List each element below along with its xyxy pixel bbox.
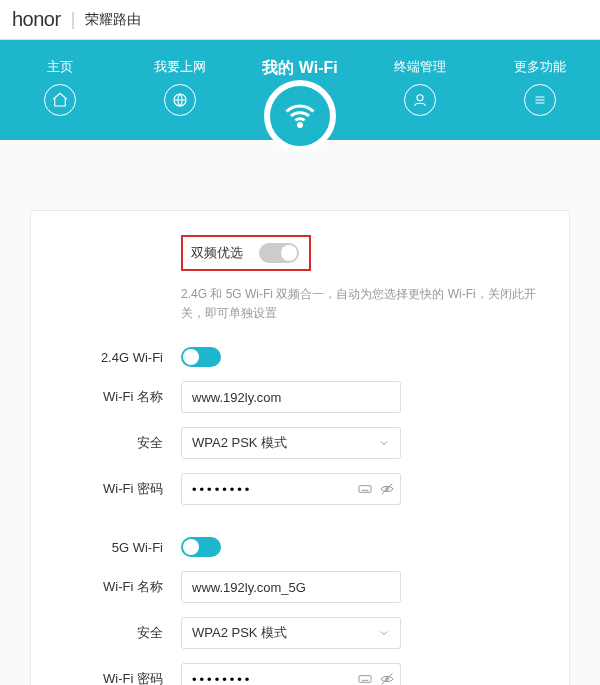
g5-security-value: WPA2 PSK 模式	[192, 624, 287, 642]
svg-rect-3	[359, 486, 371, 493]
keyboard-icon[interactable]	[357, 481, 373, 497]
svg-point-1	[417, 95, 423, 101]
keyboard-icon[interactable]	[357, 671, 373, 685]
g24-security-select[interactable]: WPA2 PSK 模式	[181, 427, 401, 459]
product-name: 荣耀路由	[85, 11, 141, 29]
honor-logo: honor	[12, 8, 61, 31]
g5-security-label: 安全	[61, 624, 181, 642]
logo-separator: |	[71, 9, 76, 30]
chevron-down-icon	[378, 437, 390, 449]
g24-name-input[interactable]	[181, 381, 401, 413]
g24-enable-toggle[interactable]	[181, 347, 221, 367]
dual-band-highlight: 双频优选	[181, 235, 311, 271]
g24-enable-label: 2.4G Wi-Fi	[61, 350, 181, 365]
nav-internet[interactable]: 我要上网	[120, 58, 240, 116]
nav-more-label: 更多功能	[480, 58, 600, 76]
content-area: 双频优选 2.4G 和 5G Wi-Fi 双频合一，自动为您选择更快的 Wi-F…	[0, 140, 600, 685]
nav-home-label: 主页	[0, 58, 120, 76]
wifi-icon	[264, 80, 336, 152]
globe-icon	[164, 84, 196, 116]
eye-off-icon[interactable]	[379, 671, 395, 685]
g5-password-label: Wi-Fi 密码	[61, 670, 181, 685]
g5-enable-toggle[interactable]	[181, 537, 221, 557]
nav-home[interactable]: 主页	[0, 58, 120, 116]
nav-bar: 主页 我要上网 我的 Wi-Fi 终端管理 更多功能	[0, 40, 600, 140]
dual-band-label: 双频优选	[183, 244, 259, 262]
wifi-panel: 双频优选 2.4G 和 5G Wi-Fi 双频合一，自动为您选择更快的 Wi-F…	[30, 210, 570, 685]
nav-more[interactable]: 更多功能	[480, 58, 600, 116]
chevron-down-icon	[378, 627, 390, 639]
dual-band-toggle[interactable]	[259, 243, 299, 263]
nav-clients[interactable]: 终端管理	[360, 58, 480, 116]
dual-band-description: 2.4G 和 5G Wi-Fi 双频合一，自动为您选择更快的 Wi-Fi，关闭此…	[181, 285, 539, 323]
svg-rect-5	[359, 676, 371, 683]
g24-security-label: 安全	[61, 434, 181, 452]
g5-name-label: Wi-Fi 名称	[61, 578, 181, 596]
g5-name-input[interactable]	[181, 571, 401, 603]
eye-off-icon[interactable]	[379, 481, 395, 497]
menu-icon	[524, 84, 556, 116]
nav-wifi-label: 我的 Wi-Fi	[240, 58, 360, 79]
home-icon	[44, 84, 76, 116]
nav-internet-label: 我要上网	[120, 58, 240, 76]
g24-password-label: Wi-Fi 密码	[61, 480, 181, 498]
top-bar: honor | 荣耀路由	[0, 0, 600, 40]
g5-security-select[interactable]: WPA2 PSK 模式	[181, 617, 401, 649]
g5-enable-label: 5G Wi-Fi	[61, 540, 181, 555]
svg-point-2	[299, 124, 302, 127]
user-icon	[404, 84, 436, 116]
nav-clients-label: 终端管理	[360, 58, 480, 76]
g24-security-value: WPA2 PSK 模式	[192, 434, 287, 452]
g24-name-label: Wi-Fi 名称	[61, 388, 181, 406]
